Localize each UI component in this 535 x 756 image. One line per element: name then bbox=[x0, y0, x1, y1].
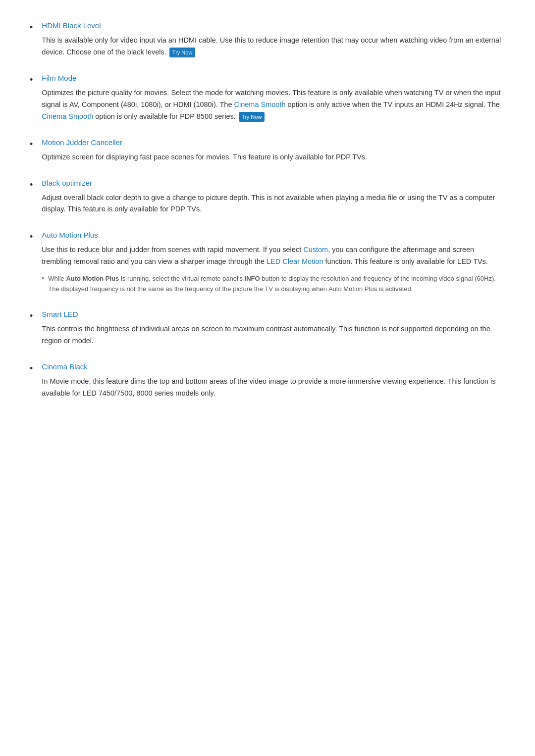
note-bold-amp: Auto Motion Plus bbox=[66, 275, 119, 282]
section-auto-motion-plus: • Auto Motion Plus Use this to reduce bl… bbox=[30, 229, 505, 294]
body-hdmi-black-level: This is available only for video input v… bbox=[42, 35, 505, 58]
section-cinema-black: • Cinema Black In Movie mode, this featu… bbox=[30, 361, 505, 400]
content-hdmi-black-level: HDMI Black Level This is available only … bbox=[42, 20, 505, 58]
title-cinema-black[interactable]: Cinema Black bbox=[42, 361, 505, 373]
note-auto-motion-plus: " While Auto Motion Plus is running, sel… bbox=[42, 274, 505, 295]
amp-text-1: Use this to reduce blur and judder from … bbox=[42, 246, 303, 253]
body-film-mode: Optimizes the picture quality for movies… bbox=[42, 87, 505, 123]
link-cinema-smooth-2[interactable]: Cinema Smooth bbox=[42, 112, 93, 120]
section-black-optimizer: • Black optimizer Adjust overall black c… bbox=[30, 177, 505, 216]
link-custom[interactable]: Custom bbox=[303, 246, 328, 253]
bullet-cinema-black: • bbox=[30, 361, 33, 376]
content-auto-motion-plus: Auto Motion Plus Use this to reduce blur… bbox=[42, 229, 505, 294]
body-text-cinema-black: In Movie mode, this feature dims the top… bbox=[42, 377, 495, 397]
note-text-1: While bbox=[48, 275, 66, 282]
section-smart-led: • Smart LED This controls the brightness… bbox=[30, 308, 505, 347]
try-now-hdmi[interactable]: Try Now bbox=[169, 48, 196, 57]
body-text-motion-judder: Optimize screen for displaying fast pace… bbox=[42, 153, 367, 161]
title-smart-led[interactable]: Smart LED bbox=[42, 308, 505, 320]
section-film-mode: • Film Mode Optimizes the picture qualit… bbox=[30, 72, 505, 123]
body-smart-led: This controls the brightness of individu… bbox=[42, 323, 505, 347]
bullet-motion-judder: • bbox=[30, 137, 33, 151]
body-text-hdmi: This is available only for video input v… bbox=[42, 36, 501, 56]
body-text-black-optimizer: Adjust overall black color depth to give… bbox=[42, 194, 495, 213]
body-cinema-black: In Movie mode, this feature dims the top… bbox=[42, 376, 505, 400]
content-smart-led: Smart LED This controls the brightness o… bbox=[42, 308, 505, 347]
bullet-smart-led: • bbox=[30, 309, 33, 323]
bullet-auto-motion-plus: • bbox=[30, 230, 33, 244]
section-hdmi-black-level: • HDMI Black Level This is available onl… bbox=[30, 20, 505, 58]
body-black-optimizer: Adjust overall black color depth to give… bbox=[42, 192, 505, 216]
title-film-mode[interactable]: Film Mode bbox=[42, 72, 505, 84]
link-cinema-smooth-1[interactable]: Cinema Smooth bbox=[234, 101, 286, 108]
amp-text-3: function. This feature is only available… bbox=[323, 257, 488, 265]
film-text-3: option is only available for PDP 8500 se… bbox=[93, 112, 235, 120]
body-text-smart-led: This controls the brightness of individu… bbox=[42, 325, 490, 345]
link-led-clear-motion[interactable]: LED Clear Motion bbox=[267, 257, 323, 265]
content-black-optimizer: Black optimizer Adjust overall black col… bbox=[42, 177, 505, 216]
content-motion-judder: Motion Judder Canceller Optimize screen … bbox=[42, 137, 505, 163]
section-motion-judder: • Motion Judder Canceller Optimize scree… bbox=[30, 137, 505, 163]
bullet-hdmi-black-level: • bbox=[30, 20, 33, 35]
note-text-2: is running, select the virtual remote pa… bbox=[119, 275, 244, 282]
bullet-film-mode: • bbox=[30, 73, 33, 87]
content-film-mode: Film Mode Optimizes the picture quality … bbox=[42, 72, 505, 123]
note-bold-info: INFO bbox=[245, 275, 260, 282]
title-black-optimizer[interactable]: Black optimizer bbox=[42, 177, 505, 189]
content-cinema-black: Cinema Black In Movie mode, this feature… bbox=[42, 361, 505, 400]
title-hdmi-black-level[interactable]: HDMI Black Level bbox=[42, 20, 505, 32]
try-now-film[interactable]: Try Now bbox=[239, 112, 265, 122]
title-motion-judder[interactable]: Motion Judder Canceller bbox=[42, 137, 505, 149]
note-text-auto-motion-plus: While Auto Motion Plus is running, selec… bbox=[48, 274, 505, 295]
body-motion-judder: Optimize screen for displaying fast pace… bbox=[42, 151, 505, 163]
note-quote-icon: " bbox=[42, 274, 44, 285]
title-auto-motion-plus[interactable]: Auto Motion Plus bbox=[42, 229, 505, 241]
body-auto-motion-plus: Use this to reduce blur and judder from … bbox=[42, 244, 505, 268]
bullet-black-optimizer: • bbox=[30, 178, 33, 192]
film-text-2: option is only active when the TV inputs… bbox=[286, 101, 500, 108]
